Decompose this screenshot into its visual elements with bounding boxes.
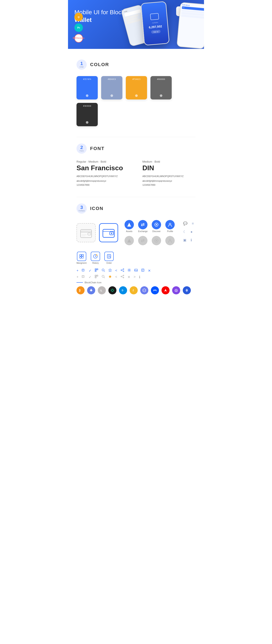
svg-marker-79 [164,289,167,292]
order-icon-box [104,252,114,261]
link-icon [183,286,191,294]
font-section-number: 2 TWO [76,144,87,154]
svg-rect-38 [96,271,96,271]
grid-icon [140,286,148,294]
order-icon-item: Order [104,252,114,264]
management-icon-box [77,252,86,261]
din-lowercase: abcdefghijklmnopqrstuvwxyz [142,179,196,183]
color-dot [135,94,138,97]
font-section-header: 2 TWO FONT [76,144,196,154]
hero-badges: Ps 60+ Screens [74,13,83,42]
font-col-sf: Regular · Medium · Bold San Francisco AB… [76,160,130,186]
order-icon-label: Order [106,262,112,264]
qr-icon-grey [95,275,98,279]
color-swatch-orange: #F5A623 [126,76,147,100]
color-title: COLOR [90,62,109,68]
svg-rect-22 [82,254,84,256]
svg-rect-23 [82,256,84,258]
small-icons-row-2: + ✓ < ✕ > [76,275,196,279]
settings-icon [128,268,131,273]
exchange-icon-item: Exchange [138,220,148,232]
app-icons-row-blue: Assets Exchange Discover [124,220,175,232]
discover-icon-item: Discover [152,220,161,232]
forward-icon-grey: > [134,275,136,279]
assets-icon-circle-grey [124,236,134,245]
circle-icon: ● [190,230,192,234]
icon-grid-main: Assets Exchange Discover [76,220,196,245]
din-font-name: DIN [142,164,196,172]
ps-badge: Ps [74,24,83,32]
exchange-icon-grey [138,236,148,245]
star-icon-active [108,275,112,279]
small-icons-row-1: + ✓ < [76,268,196,273]
profile-icon-circle [165,220,175,229]
color-dot [86,121,88,124]
svg-text:₿: ₿ [79,289,80,292]
phones-area: Profile myWallet 6,297,502 Sign up 6,297… [121,0,204,49]
divider-2 [76,197,196,197]
resize-icon [141,268,144,273]
svg-rect-57 [97,276,98,276]
svg-rect-4 [88,233,91,235]
svg-line-46 [122,270,123,271]
svg-rect-8 [103,229,114,238]
svg-rect-3 [80,230,92,232]
close-icon: ✕ [148,269,151,273]
svg-point-19 [169,239,171,241]
assets-icon-circle [124,220,134,229]
svg-marker-12 [127,223,131,226]
btc-icon: ₿ [76,286,84,294]
sketch-badge [74,13,83,21]
back-icon: < [115,269,117,272]
wallet-icon-filled-large [99,223,118,242]
font-section: 2 TWO FONT Regular · Medium · Bold San F… [76,144,196,186]
phone-right: 6,297,502.12 BTC [176,2,204,49]
waves-icon [151,286,159,294]
svg-text:Z: Z [132,289,134,292]
svg-line-66 [122,277,123,277]
svg-rect-37 [97,269,98,270]
font-title: FONT [90,146,104,151]
color-dot [160,94,162,97]
wireframe-icons-group [76,223,118,242]
svg-point-43 [121,270,122,270]
back-icon-grey: < [115,275,117,279]
wallet-wireframe-svg [80,228,92,238]
color-section: 1 ONE COLOR #3574FA #8DA0C8 #F5A623 #666… [76,60,196,126]
dash-icon: D [119,286,127,294]
color-swatches: #3574FA #8DA0C8 #F5A623 #666666 #303030 [76,76,196,126]
svg-point-10 [111,233,112,234]
blockchain-label: BlockChain Icon [84,281,102,284]
sf-style-label: Regular · Medium · Bold [76,160,130,163]
crypto-icons-row: ₿ Ł D Z [76,286,196,294]
phone-center: myWallet 6,297,502 Sign up [141,1,170,46]
main-content: 1 ONE COLOR #3574FA #8DA0C8 #F5A623 #666… [68,49,204,311]
color-dot [110,94,113,97]
svg-line-60 [104,277,105,278]
info-icon: ℹ [190,238,192,242]
color-swatch-grey: #666666 [150,76,172,100]
wallet-filled-svg [102,228,115,238]
edit-icon [82,268,85,273]
misc-icons-row-1: 💬 ≡ ☾ ● ▣ ℹ [183,222,196,242]
color-swatch-grey-blue: #8DA0C8 [101,76,122,100]
app-icons-row-grey [124,236,175,245]
check-icon-grey: ✓ [88,275,92,279]
icon-section-header: 3 THREE ICON [76,204,196,214]
qr-icon [95,268,98,273]
blockchain-label-row: BlockChain Icon [76,281,196,284]
discover-icon-circle [152,220,161,229]
management-icon-label: Mangment [76,262,86,264]
assets-icon-grey [124,236,134,245]
neo-icon [108,286,116,294]
svg-rect-56 [96,276,96,276]
svg-point-15 [169,223,171,225]
edit-icon-grey [82,275,85,279]
zcash-icon: Z [130,286,138,294]
matic-icon [172,286,180,294]
eth-icon [87,286,95,294]
plus-icon: + [76,269,78,272]
svg-line-65 [122,276,123,276]
svg-text:D: D [122,289,123,292]
star-icon [108,268,112,273]
